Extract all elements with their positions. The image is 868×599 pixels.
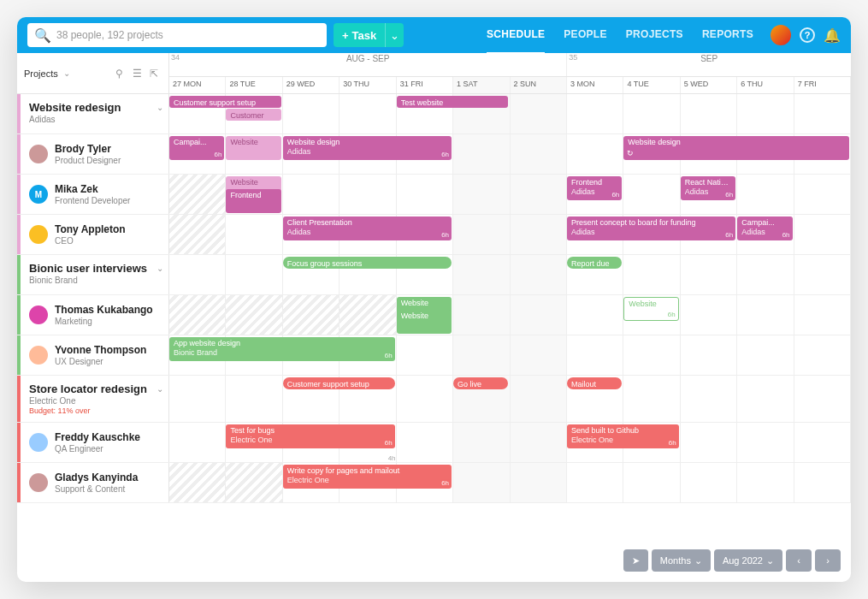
task-bar[interactable]: Send built to GithubElectric One6h — [567, 424, 679, 448]
sidebar-header: Projects ⌄ ⚲ ☰ ⇱ — [17, 53, 169, 94]
person-avatar[interactable] — [29, 145, 48, 163]
person-role: UX Designer — [55, 357, 146, 366]
person-name[interactable]: Mika Zek — [55, 183, 130, 195]
add-task-caret[interactable]: ⌄ — [385, 23, 404, 47]
nav-reports[interactable]: REPORTS — [702, 17, 753, 55]
date-range-button[interactable]: Aug 2022 ⌄ — [714, 549, 782, 572]
task-bar[interactable]: Campai...Adidas6h — [737, 216, 792, 240]
project-name[interactable]: Store locator redesign — [29, 383, 147, 395]
day-header[interactable]: 31 FRI — [397, 77, 453, 93]
user-avatar[interactable] — [771, 25, 791, 45]
task-bar[interactable]: Focus group sessions — [283, 257, 452, 269]
project-client: Bionic Brand — [29, 276, 147, 285]
calendar-rows[interactable]: Website redesignAdidas⌄Customer support … — [17, 94, 851, 582]
person-avatar[interactable] — [29, 346, 48, 365]
chevron-down-icon[interactable]: ⌄ — [156, 103, 163, 112]
chevron-down-icon[interactable]: ⌄ — [63, 68, 70, 78]
person-role: Marketing — [55, 317, 153, 326]
day-header[interactable]: 3 MON — [567, 77, 623, 93]
main-nav: SCHEDULE PEOPLE PROJECTS REPORTS — [487, 17, 753, 55]
task-bar[interactable]: Website6h — [623, 297, 678, 321]
person-role: Frontend Developer — [55, 196, 130, 205]
chevron-down-icon: ⌄ — [390, 29, 399, 42]
project-name[interactable]: Website redesign — [29, 101, 121, 114]
task-bar[interactable]: Present concept to board for fundingAdid… — [567, 216, 735, 240]
person-avatar[interactable] — [29, 225, 48, 244]
person-name[interactable]: Gladys Kanyinda — [55, 471, 138, 483]
task-bar[interactable]: Mailout — [567, 377, 622, 389]
task-bar[interactable]: React Native AssetsAdidas6h — [681, 176, 735, 200]
chevron-down-icon: ⌄ — [766, 555, 774, 566]
bell-icon[interactable]: 🔔 — [824, 27, 841, 44]
task-bar[interactable]: Website designAdidas6h — [283, 136, 452, 160]
task-bar[interactable]: Customer support setup — [169, 96, 281, 108]
person-name[interactable]: Yvonne Thompson — [55, 344, 146, 356]
topbar-right: ? 🔔 — [771, 25, 841, 45]
task-bar[interactable]: Customer — [226, 109, 280, 121]
person-avatar[interactable] — [29, 305, 48, 324]
nav-people[interactable]: PEOPLE — [564, 17, 606, 55]
task-bar[interactable]: Go live — [453, 377, 508, 389]
person-name[interactable]: Thomas Kukabango — [55, 304, 153, 316]
person-role: Product Designer — [55, 156, 121, 165]
task-bar[interactable]: Website — [226, 136, 280, 160]
task-bar[interactable]: Report due — [567, 257, 622, 269]
project-budget: Budget: 11% over — [29, 406, 147, 415]
task-bar[interactable]: Campai...6h — [169, 136, 224, 160]
search-box[interactable]: 🔍 — [27, 23, 327, 47]
cursor-mode-button[interactable]: ➤ — [623, 549, 648, 572]
day-header[interactable]: 2 SUN — [511, 77, 567, 93]
filter-icon[interactable]: ⚲ — [115, 68, 127, 80]
app-window: 🔍 +Task ⌄ SCHEDULE PEOPLE PROJECTS REPOR… — [17, 17, 851, 582]
day-header[interactable]: 30 THU — [340, 77, 396, 93]
add-task-button[interactable]: +Task — [334, 23, 385, 47]
day-header[interactable]: 28 TUE — [226, 77, 282, 93]
task-bar[interactable]: Test website — [397, 96, 509, 108]
day-header[interactable]: 4 TUE — [623, 77, 680, 93]
person-avatar[interactable] — [29, 473, 48, 492]
prev-button[interactable]: ‹ — [786, 549, 812, 572]
sidebar-label: Projects — [24, 68, 58, 79]
chevron-down-icon[interactable]: ⌄ — [156, 384, 163, 394]
person-role: Support & Content — [55, 484, 138, 494]
week-header: 35SEP — [566, 53, 851, 76]
person-name[interactable]: Brody Tyler — [55, 143, 121, 155]
help-icon[interactable]: ? — [800, 27, 815, 43]
calendar-days: 27 MON28 TUE29 WED30 THU31 FRI1 SAT2 SUN… — [169, 77, 851, 94]
project-name[interactable]: Bionic user interviews — [29, 262, 147, 275]
person-avatar[interactable]: M — [29, 185, 48, 204]
project-client: Adidas — [29, 115, 121, 124]
nav-projects[interactable]: PROJECTS — [626, 17, 683, 55]
day-header[interactable]: 5 WED — [681, 77, 737, 93]
day-header[interactable]: 7 FRI — [794, 77, 851, 93]
list-icon[interactable]: ☰ — [133, 68, 145, 80]
day-header[interactable]: 1 SAT — [453, 77, 510, 93]
task-bar[interactable]: Customer support setup — [283, 377, 395, 389]
task-bar[interactable]: Frontend — [226, 189, 280, 213]
person-role: CEO — [55, 236, 126, 246]
plus-icon: + — [342, 29, 349, 42]
day-header[interactable]: 29 WED — [283, 77, 340, 93]
person-role: QA Engineer — [55, 444, 140, 454]
project-client: Electric One — [29, 396, 147, 406]
task-bar[interactable]: Website design↻ — [623, 136, 849, 160]
footer-controls: ➤ Months ⌄ Aug 2022 ⌄ ‹ › — [623, 549, 841, 572]
search-input[interactable] — [56, 29, 320, 41]
chevron-down-icon[interactable]: ⌄ — [156, 264, 163, 273]
task-bar[interactable]: App website designBionic Brand6h — [169, 337, 395, 361]
task-bar[interactable]: Test for bugsElectric One6h — [226, 424, 394, 448]
share-icon[interactable]: ⇱ — [150, 68, 162, 80]
day-header[interactable]: 27 MON — [169, 77, 226, 93]
day-header[interactable]: 6 THU — [737, 77, 794, 93]
task-bar[interactable]: FrontendAdidas6h — [567, 176, 622, 200]
person-avatar[interactable] — [29, 433, 48, 452]
person-name[interactable]: Tony Appleton — [55, 223, 126, 235]
next-button[interactable]: › — [815, 549, 841, 572]
calendar: 34AUG - SEP35SEP 27 MON28 TUE29 WED30 TH… — [17, 53, 851, 582]
person-name[interactable]: Freddy Kauschke — [55, 431, 140, 443]
task-bar[interactable]: Client PresentationAdidas6h — [283, 216, 452, 240]
zoom-mode-button[interactable]: Months ⌄ — [652, 549, 711, 572]
nav-schedule[interactable]: SCHEDULE — [487, 17, 545, 55]
task-bar[interactable]: Website — [397, 310, 452, 334]
task-bar[interactable]: Write copy for pages and mailoutElectric… — [283, 465, 452, 489]
